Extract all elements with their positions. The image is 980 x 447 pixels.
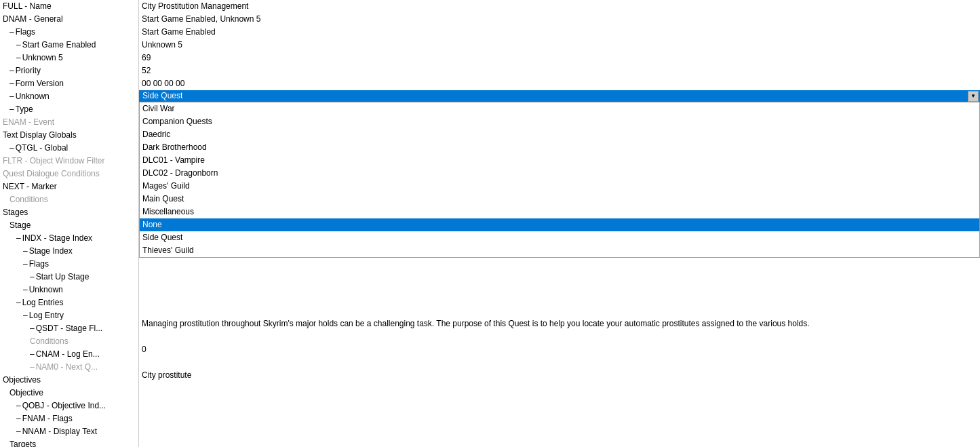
dropdown-arrow-icon[interactable]: ▼ [968,91,979,102]
dropdown-option-dlc02[interactable]: DLC02 - Dragonborn [140,167,979,180]
tree-bullet: – [23,258,28,270]
type-dropdown[interactable]: Side Quest ▼ [139,90,980,102]
tree-label: NEXT - Marker [3,182,57,191]
tree-item-unknown2[interactable]: –Unknown [0,284,138,296]
tree-item-priority[interactable]: –Priority [0,64,138,77]
tree-label: FNAM - Flags [22,414,73,423]
tree-bullet: – [16,297,21,309]
tree-item-qobj[interactable]: –QOBJ - Objective Ind... [0,400,138,412]
value-text: Start Game Enabled [142,27,216,37]
tree-label: Conditions [30,336,68,346]
tree-item-log-entries[interactable]: –Log Entries [0,296,138,309]
dropdown-option-dark-brotherhood[interactable]: Dark Brotherhood [140,141,979,154]
tree-label: Flags [29,259,49,269]
value-text: Start Game Enabled, Unknown 5 [142,14,260,24]
tree-label: DNAM - General [3,14,63,24]
tree-item-quest-dialogue[interactable]: Quest Dialogue Conditions [0,168,138,180]
tree-item-qsdt[interactable]: –QSDT - Stage Fl... [0,322,138,335]
tree-item-stage-index[interactable]: –Stage Index [0,245,138,258]
tree-label: FLTR - Object Window Filter [3,156,104,166]
dropdown-option-companion-quests[interactable]: Companion Quests [140,115,979,128]
tree-label: Type [16,104,33,114]
value-blank4 [139,279,980,292]
value-priority: 69 [139,52,980,64]
tree-bullet: – [16,233,21,244]
tree-bullet: – [16,52,21,64]
value-fnam-flags-val [139,356,980,369]
tree-bullet: – [9,91,14,102]
tree-item-cnam[interactable]: –CNAM - Log En... [0,348,138,361]
tree-item-nam0[interactable]: –NAM0 - Next Q... [0,361,138,374]
dropdown-option-daedric[interactable]: Daedric [140,128,979,141]
tree-bullet: – [9,65,14,77]
dropdown-option-dlc01[interactable]: DLC01 - Vampire [140,154,979,167]
tree-item-unknown[interactable]: –Unknown [0,90,138,103]
tree-label: Conditions [9,195,48,204]
tree-label: Quest Dialogue Conditions [3,169,100,178]
dropdown-selected-value[interactable]: Side Quest [139,90,980,102]
tree-item-stages[interactable]: Stages [0,206,138,219]
tree-bullet: – [16,400,21,412]
tree-label: Flags [16,27,35,37]
tree-item-fltr[interactable]: FLTR - Object Window Filter [0,155,138,168]
tree-label: Unknown [16,92,50,101]
tree-bullet: – [9,142,14,154]
tree-label: Objective [9,388,43,397]
tree-item-enam[interactable]: ENAM - Event [0,116,138,129]
tree-item-next-marker[interactable]: NEXT - Marker [0,180,138,193]
tree-item-start-game-enabled[interactable]: –Start Game Enabled [0,39,138,52]
tree-label: Text Display Globals [3,130,77,140]
dropdown-option-none[interactable]: None [140,218,979,231]
tree-item-full-name[interactable]: FULL - Name [0,0,138,13]
tree-item-startup-stage[interactable]: –Start Up Stage [0,271,138,284]
tree-item-log-entry[interactable]: –Log Entry [0,309,138,322]
tree-item-conditions[interactable]: Conditions [0,193,138,206]
tree-bullet: – [23,246,28,257]
dropdown-option-thieves-guild[interactable]: Thieves' Guild [140,244,979,257]
value-text: City Prostitution Management [142,1,248,11]
tree-item-qtgl[interactable]: –QTGL - Global [0,142,138,155]
tree-label: NNAM - Display Text [22,427,97,436]
dropdown-option-miscellaneous[interactable]: Miscellaneous [140,206,979,218]
tree-item-dnam[interactable]: DNAM - General [0,13,138,26]
type-dropdown-container[interactable]: Side Quest ▼ Civil War Companion Quests … [139,90,980,102]
tree-label: Unknown [29,285,63,294]
tree-bullet: – [16,426,21,438]
tree-bullet: – [30,362,35,373]
tree-item-type[interactable]: –Type [0,103,138,116]
dropdown-option-side-quest[interactable]: Side Quest [140,231,979,244]
tree-item-objectives[interactable]: Objectives [0,374,138,387]
tree-item-text-display-globals[interactable]: Text Display Globals [0,129,138,142]
tree-label: Log Entries [22,298,64,307]
tree-bullet: – [30,271,35,283]
dropdown-option-civil-war[interactable]: Civil War [140,102,979,115]
tree-label: QSDT - Stage Fl... [36,324,102,333]
tree-label: Log Entry [29,311,64,320]
tree-item-stage[interactable]: Stage [0,219,138,232]
tree-item-indx[interactable]: –INDX - Stage Index [0,232,138,245]
tree-item-form-version[interactable]: –Form Version [0,77,138,90]
tree-label: Start Game Enabled [22,40,96,50]
tree-bullet: – [16,413,21,425]
tree-item-flags2[interactable]: –Flags [0,258,138,271]
tree-item-flags[interactable]: –Flags [0,26,138,39]
tree-label: CNAM - Log En... [36,349,100,359]
value-text: City prostitute [142,370,191,380]
tree-item-objective[interactable]: Objective [0,387,138,400]
tree-label: QOBJ - Objective Ind... [22,401,106,410]
right-values-panel: City Prostitution Management Start Game … [139,0,980,447]
dropdown-option-mages-guild[interactable]: Mages' Guild [140,180,979,193]
tree-item-nnam[interactable]: –NNAM - Display Text [0,425,138,438]
tree-item-unknown5[interactable]: –Unknown 5 [0,52,138,64]
tree-item-fnam-flags[interactable]: –FNAM - Flags [0,412,138,425]
value-cnam-log-entry: Managing prostitution throughout Skyrim'… [139,317,980,330]
tree-bullet: – [9,26,14,38]
tree-label: Stages [3,208,28,217]
tree-item-conditions2[interactable]: Conditions [0,335,138,348]
tree-label: FULL - Name [3,1,52,11]
tree-item-targets[interactable]: Targets [0,438,138,447]
dropdown-option-main-quest[interactable]: Main Quest [140,193,979,206]
tree-bullet: – [30,323,35,334]
tree-label: Targets [9,440,36,447]
tree-bullet: – [9,78,14,90]
